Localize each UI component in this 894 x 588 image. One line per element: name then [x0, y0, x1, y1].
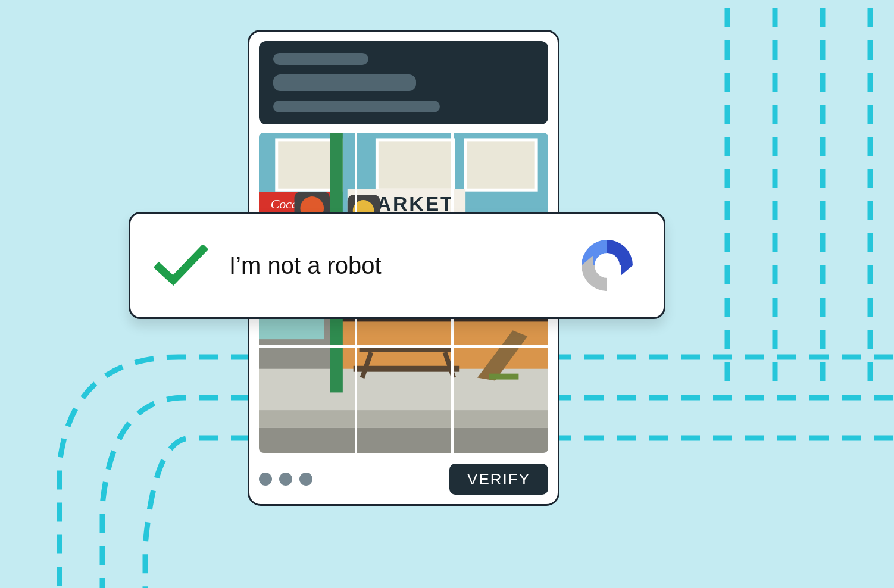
audio-icon[interactable] [279, 473, 292, 486]
captcha-instructions [259, 41, 548, 124]
not-a-robot-label: I’m not a robot [229, 252, 574, 279]
refresh-icon[interactable] [259, 473, 272, 486]
recaptcha-logo-icon [574, 233, 640, 298]
placeholder-line [273, 74, 416, 91]
info-icon[interactable] [299, 473, 312, 486]
placeholder-line [273, 101, 440, 112]
not-a-robot-banner[interactable]: I’m not a robot [129, 212, 665, 319]
dashed-lines-top-right [692, 8, 894, 389]
captcha-footer: VERIFY [259, 464, 548, 495]
verify-button[interactable]: VERIFY [449, 464, 548, 495]
check-icon [154, 245, 208, 286]
placeholder-line [273, 53, 368, 65]
